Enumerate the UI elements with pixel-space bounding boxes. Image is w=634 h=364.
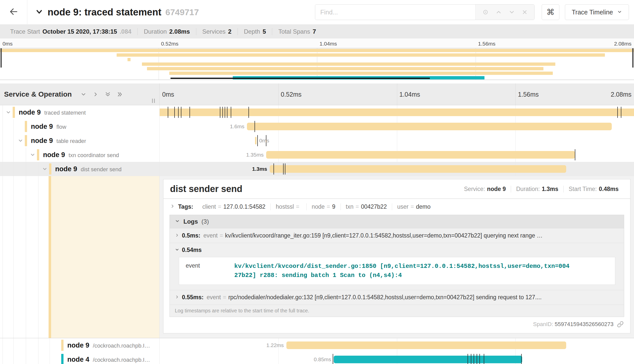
span-collapse-chevron[interactable] — [42, 166, 48, 172]
keyboard-shortcuts-button[interactable]: ⌘ — [542, 4, 559, 20]
log-event-tick — [621, 107, 621, 118]
locate-icon[interactable] — [482, 9, 489, 15]
page-title: node 9: traced statement — [48, 7, 161, 18]
collapse-all-icon[interactable] — [105, 91, 111, 97]
logs-footer-note: Log timestamps are relative to the start… — [170, 305, 624, 317]
span-name: node 9/cockroach.roachpb.I… — [67, 338, 150, 353]
tags-row[interactable]: Tags: client=127.0.0.1:54582hostssl=node… — [163, 199, 630, 214]
minimap-right-handle[interactable] — [632, 48, 633, 68]
find-controls — [475, 5, 534, 20]
minimap-canvas[interactable] — [0, 48, 634, 80]
minimap-span-bar — [169, 72, 553, 75]
span-row-dist-sender-send[interactable]: node 9dist sender send1.3ms — [0, 162, 634, 176]
span-row-txn-coordinator-send[interactable]: node 9txn coordinator send1.35ms — [0, 148, 634, 162]
log-entry-expanded: 0.54mseventkv/kvclient/kvcoord/dist_send… — [170, 243, 624, 290]
log-event-tick — [285, 163, 285, 175]
expand-all-icon[interactable] — [117, 91, 123, 97]
summary-label: Services — [202, 28, 226, 35]
back-button[interactable] — [0, 0, 27, 24]
span-row-traced-statement[interactable]: node 9traced statement — [0, 105, 634, 119]
minimap-span-bar — [128, 58, 131, 61]
trace-view-dropdown[interactable]: Trace Timeline — [565, 4, 629, 20]
span-row-cockroach-roachpb-i[interactable]: node 9/cockroach.roachpb.I…1.22ms — [0, 338, 634, 352]
selected-span-accent-column — [51, 176, 159, 338]
span-duration-bar[interactable] — [247, 123, 612, 130]
span-collapse-chevron[interactable] — [6, 110, 11, 115]
log-entry[interactable]: 0.55ms:event=rpc/nodedialer/nodedialer.g… — [170, 290, 624, 305]
span-id-row: SpanID: 5597415943526560273 — [163, 317, 630, 331]
find-prev-button[interactable] — [495, 9, 502, 15]
tag-key: hostssl — [276, 203, 294, 210]
log-field-value: kv/kvclient/kvcoord/range_iter.go:159 [n… — [225, 232, 619, 239]
summary-item-total-spans: Total Spans7 — [272, 28, 322, 35]
span-duration-bar[interactable] — [334, 356, 522, 363]
log-field-key: event — [179, 257, 234, 285]
span-bar-area: 1.6ms — [159, 119, 634, 134]
span-bar-area: 1.22ms — [159, 338, 634, 352]
minimap-ruler: 0ms0.52ms1.04ms1.56ms2.08ms — [0, 38, 634, 48]
minimap-left-handle[interactable] — [1, 48, 2, 68]
span-duration-label: 1.35ms — [246, 148, 264, 162]
summary-value: 2.08ms — [169, 28, 190, 35]
equals-sign: = — [223, 294, 226, 301]
service-name: node 9 — [67, 341, 89, 349]
minimap-scroll-indicator — [171, 78, 430, 79]
log-event-tick — [283, 163, 284, 175]
span-detail-card: dist sender send Service:node 9Duration:… — [163, 179, 630, 333]
span-bar-area — [159, 105, 634, 119]
tag-value: demo — [416, 203, 431, 210]
expand-one-icon[interactable] — [93, 91, 99, 97]
logs-box: Logs (3) 0.5ms:event=kv/kvclient/kvcoord… — [170, 215, 624, 317]
tag-txn: txn=00427b22 — [341, 203, 392, 210]
span-duration-bar[interactable] — [286, 341, 566, 349]
span-row-flow[interactable]: node 9flow1.6ms — [0, 119, 634, 134]
span-bar-area: 1.35ms — [159, 148, 634, 162]
log-event-tick — [255, 121, 255, 132]
tag-user: user=demo — [392, 203, 436, 210]
indent-guide — [26, 148, 26, 162]
span-duration-label: 0ms — [259, 134, 269, 148]
log-entry-toggle[interactable]: 0.54ms — [175, 247, 619, 253]
indent-guide — [3, 352, 3, 364]
log-event-tick — [181, 107, 181, 118]
span-collapse-chevron[interactable] — [18, 138, 23, 143]
summary-item-services: Services2 — [196, 28, 238, 35]
minimap-span-bar — [117, 53, 605, 57]
span-meta-service: Service:node 9 — [459, 186, 511, 192]
collapse-controls — [80, 91, 123, 97]
operation-name: traced statement — [44, 110, 86, 116]
indent-guide — [13, 148, 14, 162]
arrow-left-icon — [9, 7, 18, 17]
find-clear-icon[interactable] — [522, 9, 528, 15]
operation-name: txn coordinator send — [69, 152, 119, 158]
chevron-right-icon — [175, 294, 179, 301]
trace-collapse-chevron[interactable] — [35, 7, 44, 17]
summary-item-trace-start: Trace StartOctober 15 2020, 17:38:15.084 — [4, 28, 137, 35]
column-resizer-handle[interactable] — [152, 99, 155, 103]
span-duration-bar[interactable] — [270, 165, 566, 173]
link-icon[interactable] — [617, 321, 624, 328]
service-name: node 9 — [19, 109, 41, 116]
selected-span-accent-bar — [49, 176, 51, 338]
log-event-tick — [477, 354, 477, 364]
log-entry[interactable]: 0.5ms:event=kv/kvclient/kvcoord/range_it… — [170, 228, 624, 243]
indent-guide — [26, 176, 26, 338]
span-duration-bar[interactable] — [266, 151, 575, 159]
meta-value: 1.3ms — [542, 186, 558, 192]
service-name: node 9 — [43, 151, 65, 159]
span-bar-area: 1.3ms — [159, 162, 634, 176]
span-row-cockroach-roachpb-i[interactable]: node 4/cockroach.roachpb.I…0.85ms — [0, 352, 634, 364]
span-detail-header: dist sender send Service:node 9Duration:… — [163, 179, 630, 199]
indent-guide — [3, 162, 3, 176]
trace-timeline-viewer: node 9: traced statement 6749717 ⌘ — [0, 0, 634, 364]
span-duration-bar[interactable] — [255, 137, 257, 144]
find-input[interactable] — [315, 5, 475, 20]
span-row-table-reader[interactable]: node 9table reader0ms — [0, 134, 634, 148]
find-next-button[interactable] — [509, 9, 515, 15]
chevron-down-icon — [175, 218, 180, 225]
collapse-one-icon[interactable] — [80, 91, 87, 97]
span-collapse-chevron[interactable] — [30, 152, 35, 158]
timeline-minimap: 0ms0.52ms1.04ms1.56ms2.08ms — [0, 38, 634, 80]
ruler-tick-label: 1.56ms — [478, 41, 496, 47]
logs-header[interactable]: Logs (3) — [170, 215, 624, 228]
